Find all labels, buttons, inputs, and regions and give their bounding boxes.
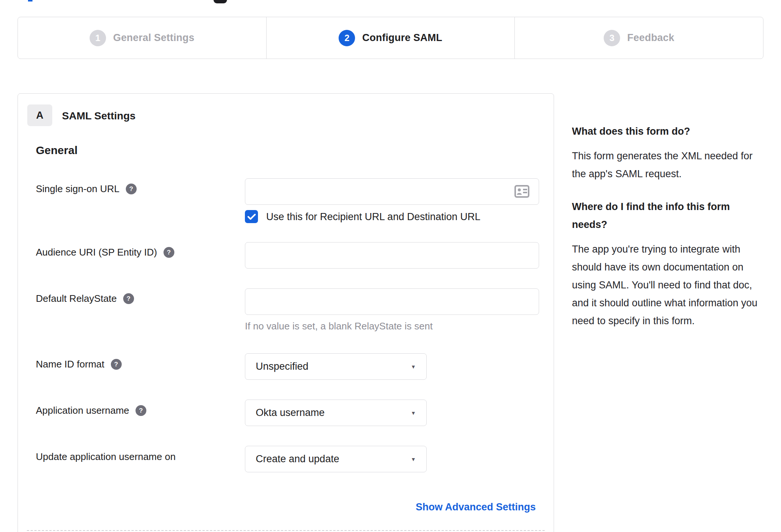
saml-settings-panel: A SAML Settings General Single sign-on U… [18,93,554,532]
name-id-format-value: Unspecified [256,361,308,372]
update-app-username-label-row: Update application username on [36,451,175,463]
sso-url-input[interactable] [245,178,539,205]
chevron-down-icon: ▼ [411,410,416,416]
checkmark-icon [248,213,256,220]
relay-state-label: Default RelayState [36,293,117,304]
help-icon[interactable]: ? [164,247,174,258]
help-answer-2: The app you're trying to integrate with … [572,240,766,330]
chevron-down-icon: ▼ [411,364,416,370]
audience-uri-input[interactable] [245,242,539,269]
help-sidebar: What does this form do? This form genera… [572,122,766,330]
help-question-1: What does this form do? [572,122,766,140]
help-icon[interactable]: ? [111,359,122,370]
audience-uri-label-row: Audience URI (SP Entity ID) ? [36,247,174,258]
name-id-format-label-row: Name ID format ? [36,359,122,370]
step-general-settings[interactable]: 1 General Settings [18,17,266,59]
section-dashed-divider [27,530,545,531]
update-app-username-label: Update application username on [36,451,175,463]
section-a-badge: A [27,104,52,126]
name-id-format-label: Name ID format [36,359,105,370]
step-number-badge: 2 [339,30,355,46]
update-app-username-value: Create and update [256,453,339,465]
step-label: Feedback [627,32,674,44]
help-icon[interactable]: ? [123,293,134,304]
step-configure-saml[interactable]: 2 Configure SAML [266,17,515,59]
step-number-badge: 1 [90,30,106,46]
step-number-badge: 3 [604,30,620,46]
wizard-stepper: 1 General Settings 2 Configure SAML 3 Fe… [18,17,763,59]
app-username-label: Application username [36,405,129,416]
help-icon[interactable]: ? [126,184,137,194]
name-id-format-select[interactable]: Unspecified ▼ [245,353,427,380]
chevron-down-icon: ▼ [411,456,416,462]
clipped-icon [214,0,227,3]
step-feedback[interactable]: 3 Feedback [514,17,763,59]
general-heading: General [36,144,78,157]
audience-uri-label: Audience URI (SP Entity ID) [36,247,157,258]
show-advanced-settings-link[interactable]: Show Advanced Settings [416,501,536,513]
help-question-2: Where do I find the info this form needs… [572,198,766,234]
help-icon[interactable]: ? [136,405,146,416]
sso-url-label: Single sign-on URL [36,183,119,195]
relay-state-hint: If no value is set, a blank RelayState i… [245,320,433,332]
relay-state-label-row: Default RelayState ? [36,293,134,304]
update-app-username-select[interactable]: Create and update ▼ [245,446,427,472]
recipient-url-checkbox[interactable] [245,210,258,223]
app-username-label-row: Application username ? [36,405,146,416]
section-title: SAML Settings [62,110,136,122]
contact-card-icon[interactable] [514,185,529,199]
step-label: General Settings [113,32,195,44]
clipped-tab-indicator [28,0,32,1]
app-username-select[interactable]: Okta username ▼ [245,400,427,426]
help-answer-1: This form generates the XML needed for t… [572,147,766,183]
recipient-url-checkbox-label[interactable]: Use this for Recipient URL and Destinati… [266,211,480,223]
app-username-value: Okta username [256,407,325,419]
step-label: Configure SAML [362,32,442,44]
sso-url-label-row: Single sign-on URL ? [36,183,137,195]
relay-state-input[interactable] [245,288,539,315]
